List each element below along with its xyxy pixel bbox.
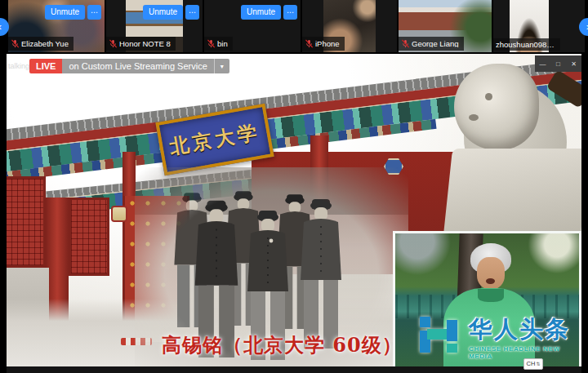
language-badge-arrows-icon: ⇅ [536, 362, 540, 366]
plaque-text: 北京大学 [167, 119, 262, 161]
stone-lion-eye [485, 93, 492, 100]
muted-mic-icon [109, 39, 118, 48]
live-service-label: on Custom Live Streaming Service [62, 59, 213, 73]
stone-lion-body [443, 149, 581, 243]
language-badge[interactable]: CH ⇅ [523, 358, 543, 370]
letterbox-strip [7, 366, 581, 373]
participant-nameplate: iPhone [302, 37, 345, 51]
talking-indicator: talking [8, 62, 29, 70]
lantern [111, 206, 127, 222]
more-options-button[interactable]: ⋯ [283, 5, 297, 20]
channel-logo-title: 华人头条 [469, 317, 581, 343]
unmute-button[interactable]: Unmute [143, 5, 183, 20]
participant-tile[interactable]: George Liang [399, 0, 492, 52]
language-badge-text: CH [527, 361, 536, 367]
participant-tile[interactable]: iPhone [302, 0, 397, 52]
minimize-button[interactable]: — [535, 56, 550, 72]
speaker-face [477, 257, 505, 289]
maximize-button[interactable]: □ [550, 56, 566, 72]
participant-nameplate: bin [204, 37, 233, 51]
video-caption: 高锡铭（北京大学 60级） [162, 332, 423, 358]
shared-screen: 北京大学 [7, 54, 581, 373]
participant-name: zhoushuan098@… [496, 41, 555, 49]
participant-tile[interactable]: Unmute ⋯ Honor NOTE 8 [106, 0, 203, 52]
more-options-button[interactable]: ⋯ [87, 5, 101, 20]
zoom-meeting-window: Unmute ⋯ Elizabeth Yue Unmute ⋯ Honor NO… [0, 0, 588, 373]
window-controls: — □ ✕ [535, 56, 581, 72]
speaker-collar [478, 289, 504, 301]
muted-mic-icon [207, 39, 216, 48]
participant-tile[interactable]: zhoushuan098@… [493, 0, 585, 52]
speaker-mouth [486, 278, 494, 284]
lattice-window [7, 176, 46, 268]
participant-name: Honor NOTE 8 [119, 40, 171, 48]
channel-logo: 华人头条 CHINESE HEADLINE NEW MEDIA [420, 317, 581, 360]
participant-nameplate: zhoushuan098@… [493, 38, 560, 51]
channel-logo-icon [420, 317, 462, 354]
close-button[interactable]: ✕ [566, 56, 581, 72]
participant-nameplate: George Liang [399, 37, 464, 51]
participant-name: George Liang [412, 40, 459, 48]
participant-tile[interactable]: Unmute ⋯ bin [204, 0, 301, 52]
lattice-door [69, 198, 109, 276]
live-dropdown-caret[interactable]: ▾ [214, 59, 229, 73]
participant-nameplate: Elizabeth Yue [8, 37, 74, 51]
muted-mic-icon [11, 39, 20, 48]
participant-tile[interactable]: Unmute ⋯ Elizabeth Yue [8, 0, 105, 52]
participant-name: iPhone [315, 40, 340, 48]
participant-name: bin [217, 40, 228, 48]
muted-mic-icon [401, 39, 410, 48]
stone-lion-nose [469, 114, 479, 121]
participant-nameplate: Honor NOTE 8 [106, 37, 176, 51]
stone-lion-head [454, 64, 539, 150]
unmute-button[interactable]: Unmute [241, 5, 281, 20]
live-streaming-bar: LIVE on Custom Live Streaming Service ▾ [29, 59, 229, 73]
muted-mic-icon [305, 39, 314, 48]
participant-name: Elizabeth Yue [21, 40, 69, 48]
unmute-button[interactable]: Unmute [45, 5, 85, 20]
channel-logo-subtitle: CHINESE HEADLINE NEW MEDIA [469, 345, 581, 360]
live-badge: LIVE [29, 59, 62, 73]
participants-strip: Unmute ⋯ Elizabeth Yue Unmute ⋯ Honor NO… [0, 0, 588, 52]
more-options-button[interactable]: ⋯ [185, 5, 199, 20]
